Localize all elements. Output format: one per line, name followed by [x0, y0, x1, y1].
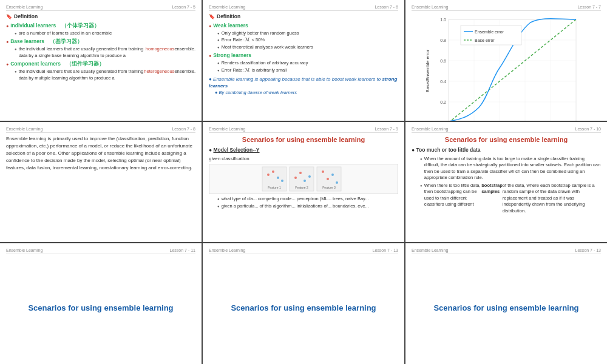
slide-3-header: Ensemble Learning Lesson 7 - 7 — [412, 5, 601, 11]
given-classification: given classification — [209, 155, 398, 162]
slide-6-lesson: Lesson 7 - 10 — [575, 127, 601, 131]
svg-point-39 — [299, 172, 302, 174]
slide-9-header: Ensemble Learning Lesson 7 - 13 — [412, 248, 601, 254]
model-sel-sub-2: given a particula... of this algorithm..… — [217, 203, 398, 210]
slide-6-title: Scenarios for using ensemble learning — [412, 135, 601, 144]
svg-point-46 — [331, 174, 334, 176]
slide-4-lesson: Lesson 7 - 8 — [172, 127, 195, 131]
svg-point-33 — [272, 170, 274, 173]
slide-9-course: Ensemble Learning — [412, 248, 448, 252]
weak-sub-1: Only slightly better than random guess — [217, 30, 398, 37]
strong-sub-1: Renders classification of arbitrary accu… — [217, 60, 398, 67]
too-much-heading: ● Too much or too little data — [412, 147, 601, 154]
slide-2-header: Ensemble Learning Lesson 7 - 6 — [209, 5, 398, 11]
svg-point-35 — [281, 180, 283, 182]
individual-learners-label: Individual learners （个体学习器） — [6, 22, 195, 30]
slide-1-header: Ensemble Learning Lesson 7 - 5 — [6, 5, 195, 11]
strong-sub-2: Error Rate: ℳ is arbitrarily small — [217, 67, 398, 74]
slide-1-content: Definition Individual learners （个体学习器） a… — [6, 13, 195, 117]
slide-7-header: Ensemble Learning Lesson 7 - 11 — [6, 248, 195, 254]
slide-8-header: Ensemble Learning Lesson 7 - 13 — [209, 248, 398, 254]
svg-text:0.8: 0.8 — [440, 38, 446, 42]
combining-text: ● By combining diverse of weak learners — [215, 90, 398, 96]
too-much-sub-1: When the amount of training data is too … — [420, 156, 601, 181]
slide-4-text: Ensemble learning is primarily used to i… — [6, 135, 195, 172]
weak-sub-2: Error Rate: ℳ < 50% — [217, 37, 398, 44]
svg-text:0.2: 0.2 — [440, 100, 446, 104]
svg-point-40 — [304, 180, 306, 182]
slide-4-content: Ensemble learning is primarily used to i… — [6, 135, 195, 239]
slide-8: Ensemble Learning Lesson 7 - 13 Scenario… — [203, 243, 404, 364]
slide-2: Ensemble Learning Lesson 7 - 6 Definitio… — [203, 0, 404, 121]
svg-text:0.6: 0.6 — [440, 59, 446, 63]
slide-3-lesson: Lesson 7 - 7 — [577, 5, 601, 9]
slide-2-lesson: Lesson 7 - 6 — [375, 5, 398, 9]
individual-learners-sub: are a number of learners used in an ense… — [15, 30, 195, 37]
scatter-svg: Feature 1 Feature 2 Feature 3 — [261, 166, 346, 193]
ensemble-appeal-text: ● Ensemble learning is appealing because… — [209, 76, 398, 89]
component-learners-label: Component learners （组件学习器） — [6, 61, 195, 68]
slide-7-lesson: Lesson 7 - 11 — [170, 248, 195, 252]
ensemble-chart: 1.0 0.8 0.6 0.4 0.2 0.0 0.0 0.2 0.4 0.6 … — [424, 13, 588, 121]
slide-7-title: Scenarios for using ensemble learning — [28, 303, 173, 314]
slide-9-title: Scenarios for using ensemble learning — [433, 303, 578, 314]
slide-1-title: Definition — [6, 13, 195, 21]
scatter-thumbnails: Feature 1 Feature 2 Feature 3 — [209, 164, 398, 194]
slide-2-title: Definition — [209, 13, 398, 21]
svg-point-38 — [294, 177, 297, 179]
model-sel-sub-1: what type of cla... competing mode... pe… — [217, 196, 398, 203]
slide-1: Ensemble Learning Lesson 7 - 5 Definitio… — [0, 0, 202, 121]
slide-8-course: Ensemble Learning — [209, 248, 245, 252]
slide-6-header: Ensemble Learning Lesson 7 - 10 — [412, 127, 601, 133]
svg-text:1.0: 1.0 — [440, 18, 446, 22]
slide-5-course: Ensemble Learning — [209, 127, 245, 131]
svg-text:Base error: Base error — [475, 38, 495, 42]
slide-1-lesson: Lesson 7 - 5 — [172, 5, 195, 9]
slide-5-title: Scenarios for using ensemble learning — [209, 135, 398, 144]
svg-text:Feature 3: Feature 3 — [322, 186, 336, 189]
slide-4-course: Ensemble Learning — [6, 127, 42, 131]
svg-point-45 — [327, 178, 329, 180]
svg-text:0.4: 0.4 — [440, 79, 446, 84]
slide-9-lesson: Lesson 7 - 13 — [575, 248, 601, 252]
slide-7-course: Ensemble Learning — [6, 248, 42, 252]
slide-6: Ensemble Learning Lesson 7 - 10 Scenario… — [405, 122, 607, 243]
component-learners-sub: the individual learners that are usually… — [15, 69, 195, 81]
model-selection-heading: ● Model Selection--Y — [209, 147, 398, 154]
slide-2-course: Ensemble Learning — [209, 5, 245, 9]
svg-text:Base/Ensemble error: Base/Ensemble error — [425, 49, 430, 92]
svg-point-44 — [322, 170, 324, 173]
too-much-sub-2: When there is too little data, then boot… — [420, 183, 601, 215]
slide-9-content: Scenarios for using ensemble learning — [412, 257, 601, 360]
slide-1-course: Ensemble Learning — [6, 5, 42, 9]
base-learners-label: Base learners （基学习器） — [6, 38, 195, 46]
slide-2-content: Definition Weak learners Only slightly b… — [209, 13, 398, 117]
slide-7: Ensemble Learning Lesson 7 - 11 Scenario… — [0, 243, 202, 364]
weak-learners-label: Weak learners — [209, 22, 398, 30]
slide-grid: Ensemble Learning Lesson 7 - 5 Definitio… — [0, 0, 607, 364]
slide-7-content: Scenarios for using ensemble learning — [6, 257, 195, 360]
slide-8-title: Scenarios for using ensemble learning — [231, 303, 376, 314]
slide-5-content: Scenarios for using ensemble learning ● … — [209, 135, 398, 239]
svg-point-47 — [336, 181, 338, 184]
slide-5: Ensemble Learning Lesson 7 - 9 Scenarios… — [203, 122, 404, 243]
svg-point-32 — [267, 174, 270, 176]
slide-6-content: Scenarios for using ensemble learning ● … — [412, 135, 601, 239]
svg-point-41 — [308, 175, 311, 178]
slide-8-content: Scenarios for using ensemble learning — [209, 257, 398, 360]
slide-5-lesson: Lesson 7 - 9 — [375, 127, 398, 131]
slide-3: Ensemble Learning Lesson 7 - 7 — [405, 0, 607, 121]
slide-6-course: Ensemble Learning — [412, 127, 448, 131]
svg-text:Feature 1: Feature 1 — [268, 186, 281, 189]
strong-learners-label: Strong learners — [209, 52, 398, 59]
svg-text:Feature 2: Feature 2 — [295, 186, 308, 189]
slide-3-course: Ensemble Learning — [412, 5, 448, 9]
slide-5-header: Ensemble Learning Lesson 7 - 9 — [209, 127, 398, 133]
slide-4-header: Ensemble Learning Lesson 7 - 8 — [6, 127, 195, 133]
slide-4: Ensemble Learning Lesson 7 - 8 Ensemble … — [0, 122, 202, 243]
base-learners-sub: the individual learners that are usually… — [15, 46, 195, 59]
slide-3-chart-area: 1.0 0.8 0.6 0.4 0.2 0.0 0.0 0.2 0.4 0.6 … — [412, 13, 601, 121]
slide-8-lesson: Lesson 7 - 13 — [373, 248, 398, 252]
slide-9: Ensemble Learning Lesson 7 - 13 Scenario… — [405, 243, 607, 364]
svg-point-34 — [277, 177, 279, 179]
